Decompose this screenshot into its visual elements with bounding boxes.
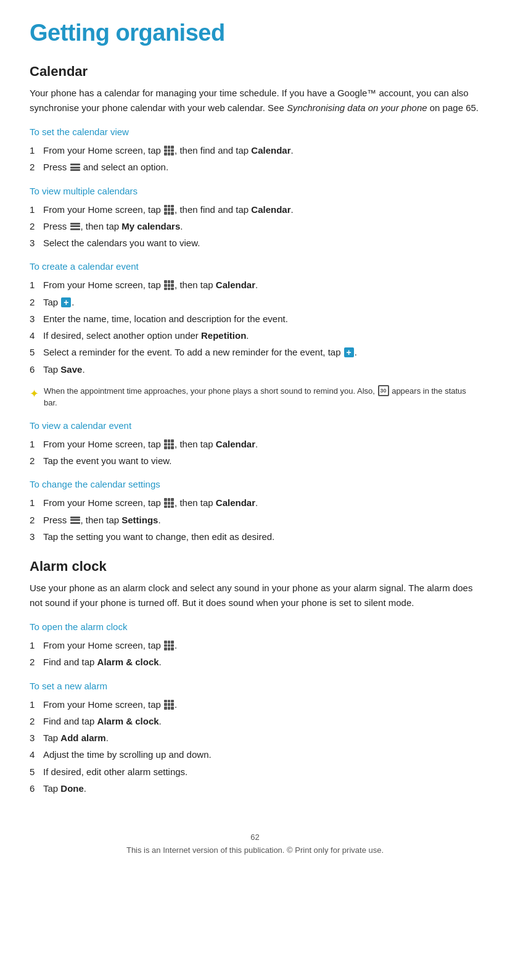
subsection-change-calendar-settings: To change the calendar settings 1 From y… (30, 479, 480, 544)
step-item: 2 Tap the event you want to view. (30, 454, 480, 468)
step-item: 1 From your Home screen, tap , then tap … (30, 496, 480, 510)
subsection-create-calendar-event: To create a calendar event 1 From your H… (30, 261, 480, 409)
subsection-view-multiple-calendars: To view multiple calendars 1 From your H… (30, 186, 480, 251)
step-item: 1 From your Home screen, tap , then find… (30, 143, 480, 157)
grid-icon (164, 700, 174, 710)
step-item: 4 If desired, select another option unde… (30, 328, 480, 343)
calendar-intro: Your phone has a calendar for managing y… (30, 86, 480, 115)
alarm-intro: Use your phone as an alarm clock and sel… (30, 581, 480, 610)
menu-icon (70, 223, 80, 230)
step-item: 1 From your Home screen, tap . (30, 697, 480, 712)
grid-icon (164, 641, 174, 650)
subsection-title-view-multiple: To view multiple calendars (30, 186, 480, 196)
step-item: 3 Enter the name, time, location and des… (30, 312, 480, 326)
tip-icon: ✦ (30, 386, 39, 402)
subsection-title-open-alarm: To open the alarm clock (30, 621, 480, 632)
subsection-title-create-event: To create a calendar event (30, 261, 480, 272)
step-item: 3 Select the calendars you want to view. (30, 236, 480, 250)
steps-set-alarm: 1 From your Home screen, tap . 2 Find an… (30, 697, 480, 796)
step-item: 5 If desired, edit other alarm settings. (30, 765, 480, 779)
step-item: 2 Press , then tap My calendars. (30, 219, 480, 233)
steps-set-calendar-view: 1 From your Home screen, tap , then find… (30, 143, 480, 175)
tip-box: ✦ When the appointment time approaches, … (30, 385, 480, 409)
step-item: 5 Select a reminder for the event. To ad… (30, 345, 480, 359)
step-item: 1 From your Home screen, tap , then tap … (30, 437, 480, 451)
step-item: 2 Press , then tap Settings. (30, 513, 480, 527)
subsection-open-alarm: To open the alarm clock 1 From your Home… (30, 621, 480, 670)
step-item: 2 Find and tap Alarm & clock. (30, 714, 480, 728)
step-item: 2 Find and tap Alarm & clock. (30, 655, 480, 669)
step-item: 2 Press and select an option. (30, 160, 480, 174)
subsection-title-change-settings: To change the calendar settings (30, 479, 480, 489)
step-item: 6 Tap Save. (30, 362, 480, 376)
page-number: 62 (30, 833, 480, 842)
steps-change-settings: 1 From your Home screen, tap , then tap … (30, 496, 480, 544)
page-title: Getting organised (30, 20, 480, 46)
steps-view-multiple: 1 From your Home screen, tap , then find… (30, 202, 480, 251)
grid-icon (164, 146, 174, 156)
step-item: 2 Tap +. (30, 295, 480, 309)
step-item: 1 From your Home screen, tap , then tap … (30, 278, 480, 292)
subsection-title-set-alarm: To set a new alarm (30, 681, 480, 691)
plus-icon: + (344, 347, 354, 357)
subsection-view-calendar-event: To view a calendar event 1 From your Hom… (30, 420, 480, 468)
step-item: 1 From your Home screen, tap , then find… (30, 202, 480, 217)
page-footer: 62 This is an Internet version of this p… (30, 833, 480, 855)
menu-icon (70, 517, 80, 524)
subsection-set-calendar-view: To set the calendar view 1 From your Hom… (30, 127, 480, 175)
step-item: 3 Tap Add alarm. (30, 731, 480, 745)
calendar-30-icon: 30 (378, 385, 389, 396)
subsection-title-set-calendar-view: To set the calendar view (30, 127, 480, 137)
alarm-section: Alarm clock Use your phone as an alarm c… (30, 559, 480, 795)
steps-open-alarm: 1 From your Home screen, tap . 2 Find an… (30, 638, 480, 670)
grid-icon (164, 280, 174, 290)
step-item: 4 Adjust the time by scrolling up and do… (30, 747, 480, 762)
step-item: 3 Tap the setting you want to change, th… (30, 529, 480, 544)
tip-content: When the appointment time approaches, yo… (44, 385, 480, 409)
steps-view-event: 1 From your Home screen, tap , then tap … (30, 437, 480, 468)
alarm-section-title: Alarm clock (30, 559, 480, 575)
calendar-section-title: Calendar (30, 64, 480, 80)
step-item: 6 Tap Done. (30, 781, 480, 795)
grid-icon (164, 205, 174, 215)
grid-icon (164, 498, 174, 508)
step-item: 1 From your Home screen, tap . (30, 638, 480, 652)
subsection-set-new-alarm: To set a new alarm 1 From your Home scre… (30, 681, 480, 796)
footer-note: This is an Internet version of this publ… (30, 845, 480, 855)
plus-icon: + (61, 297, 71, 307)
subsection-title-view-event: To view a calendar event (30, 420, 480, 431)
steps-create-event: 1 From your Home screen, tap , then tap … (30, 278, 480, 376)
grid-icon (164, 439, 174, 449)
calendar-section: Calendar Your phone has a calendar for m… (30, 64, 480, 544)
menu-icon (70, 164, 80, 171)
